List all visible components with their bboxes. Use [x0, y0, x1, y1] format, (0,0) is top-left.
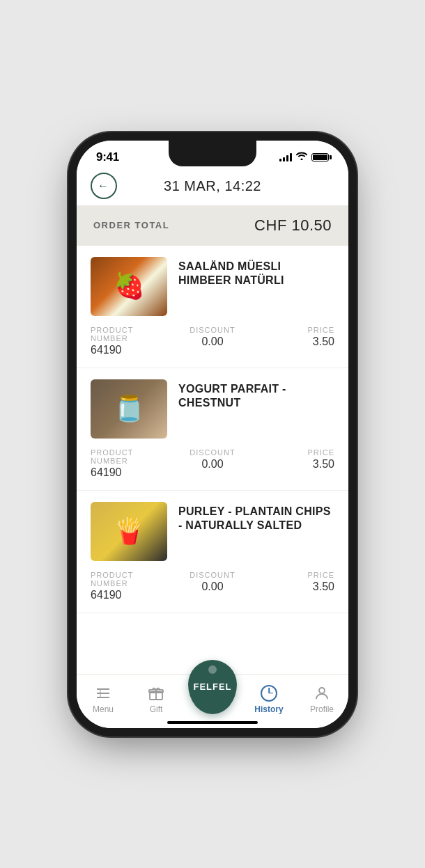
- product-details: PRODUCT NUMBER 64190 DISCOUNT 0.00 PRICE…: [91, 326, 334, 356]
- product-image: [91, 502, 167, 561]
- signal-icon: [279, 153, 292, 161]
- product-image: [91, 257, 167, 316]
- discount-col: DISCOUNT 0.00: [173, 571, 252, 601]
- nav-item-gift[interactable]: Gift: [135, 681, 177, 714]
- notch: [169, 141, 256, 166]
- product-item: YOGURT PARFAIT - CHESTNUT PRODUCT NUMBER…: [77, 368, 348, 491]
- phone-frame: 9:41 ← 31 MAR, 14:22: [77, 141, 348, 728]
- nav-label-history: History: [254, 704, 283, 714]
- discount-value: 0.00: [173, 336, 252, 348]
- discount-col: DISCOUNT 0.00: [173, 448, 252, 479]
- discount-label: DISCOUNT: [173, 448, 252, 457]
- product-top: SAALÄND MÜESLI HIMBEER NATÜRLI: [91, 257, 334, 316]
- product-top: YOGURT PARFAIT - CHESTNUT: [91, 379, 334, 439]
- page-title: 31 MAR, 14:22: [164, 178, 261, 194]
- price-value: 3.50: [255, 581, 334, 593]
- bottom-nav: Menu Gift FELFEL History: [77, 674, 348, 728]
- felfel-button[interactable]: FELFEL: [188, 660, 237, 714]
- history-icon: [261, 685, 277, 702]
- nav-label-menu: Menu: [93, 704, 114, 714]
- svg-point-7: [319, 688, 325, 693]
- product-name: YOGURT PARFAIT - CHESTNUT: [178, 379, 334, 411]
- nav-item-profile[interactable]: Profile: [301, 681, 343, 714]
- price-label: PRICE: [255, 571, 334, 579]
- header: ← 31 MAR, 14:22: [77, 170, 348, 205]
- discount-label: DISCOUNT: [173, 571, 252, 579]
- product-number-col: PRODUCT NUMBER 64190: [91, 326, 170, 356]
- back-button[interactable]: ←: [91, 173, 117, 199]
- home-indicator: [167, 721, 258, 724]
- price-label: PRICE: [255, 448, 334, 457]
- order-total-banner: ORDER TOTAL CHF 10.50: [77, 205, 348, 246]
- price-col: PRICE 3.50: [255, 326, 334, 356]
- gift-icon: [148, 685, 164, 702]
- nav-label-profile: Profile: [310, 704, 334, 714]
- menu-icon: [95, 685, 111, 702]
- product-number-label: PRODUCT NUMBER: [91, 571, 170, 587]
- profile-icon: [314, 685, 330, 702]
- product-number-col: PRODUCT NUMBER 64190: [91, 448, 170, 479]
- product-number-label: PRODUCT NUMBER: [91, 448, 170, 465]
- discount-value: 0.00: [173, 458, 252, 471]
- status-icons: [279, 152, 329, 162]
- product-number-col: PRODUCT NUMBER 64190: [91, 571, 170, 601]
- price-value: 3.50: [255, 336, 334, 348]
- order-total-value: CHF 10.50: [254, 216, 332, 235]
- product-name: SAALÄND MÜESLI HIMBEER NATÜRLI: [178, 257, 334, 289]
- felfel-label: FELFEL: [193, 681, 231, 692]
- product-number-value: 64190: [91, 466, 170, 479]
- product-item: PURLEY - PLANTAIN CHIPS - NATURALLY SALT…: [77, 491, 348, 613]
- discount-value: 0.00: [173, 581, 252, 593]
- status-time: 9:41: [96, 150, 119, 164]
- product-name: PURLEY - PLANTAIN CHIPS - NATURALLY SALT…: [178, 502, 334, 534]
- product-details: PRODUCT NUMBER 64190 DISCOUNT 0.00 PRICE…: [91, 571, 334, 601]
- nav-item-history[interactable]: History: [248, 681, 290, 714]
- product-number-value: 64190: [91, 589, 170, 601]
- product-details: PRODUCT NUMBER 64190 DISCOUNT 0.00 PRICE…: [91, 448, 334, 479]
- felfel-button-wrap[interactable]: FELFEL: [188, 660, 237, 714]
- back-arrow-icon: ←: [98, 180, 109, 191]
- price-col: PRICE 3.50: [255, 571, 334, 601]
- product-number-value: 64190: [91, 344, 170, 356]
- product-list: SAALÄND MÜESLI HIMBEER NATÜRLI PRODUCT N…: [77, 246, 348, 674]
- product-image: [91, 379, 167, 439]
- price-label: PRICE: [255, 326, 334, 334]
- product-number-label: PRODUCT NUMBER: [91, 326, 170, 342]
- nav-label-gift: Gift: [150, 704, 163, 714]
- nav-item-menu[interactable]: Menu: [82, 681, 124, 714]
- discount-label: DISCOUNT: [173, 326, 252, 334]
- battery-icon: [311, 153, 329, 161]
- wifi-icon: [296, 152, 307, 162]
- product-item: SAALÄND MÜESLI HIMBEER NATÜRLI PRODUCT N…: [77, 246, 348, 368]
- order-total-label: ORDER TOTAL: [93, 220, 169, 230]
- product-top: PURLEY - PLANTAIN CHIPS - NATURALLY SALT…: [91, 502, 334, 561]
- discount-col: DISCOUNT 0.00: [173, 326, 252, 356]
- price-col: PRICE 3.50: [255, 448, 334, 479]
- price-value: 3.50: [255, 458, 334, 471]
